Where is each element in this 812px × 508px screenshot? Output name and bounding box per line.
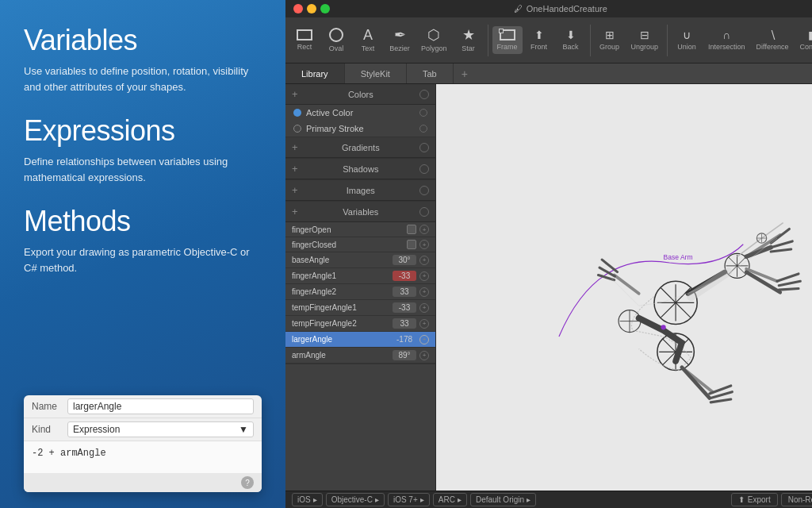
name-input[interactable]: largerAngle — [67, 398, 254, 414]
app-window: 🖋 OneHandedCreature Rect Oval A Text ✒ B… — [285, 0, 812, 508]
fingerangle2-action[interactable]: + — [419, 287, 429, 297]
fingerangle1-value: -33 — [393, 271, 416, 281]
tool-oval[interactable]: Oval — [321, 25, 351, 56]
tempfingerangle2-action[interactable]: + — [419, 319, 429, 329]
primary-stroke-item[interactable]: Primary Stroke — [285, 121, 435, 137]
ios-selector[interactable]: iOS ▸ — [292, 493, 323, 506]
name-label: Name — [32, 401, 67, 412]
star-icon: ★ — [462, 28, 475, 42]
heading-methods: Methods — [24, 205, 262, 238]
tool-difference[interactable]: ∖ Difference — [752, 26, 794, 54]
armangle-action[interactable]: + — [419, 351, 429, 360]
var-fingerClosed[interactable]: fingerClosed + — [285, 237, 435, 252]
kind-select[interactable]: Expression ▼ — [67, 421, 254, 437]
language-selector[interactable]: Objective-C ▸ — [326, 493, 385, 506]
baseangle-action[interactable]: + — [419, 256, 429, 265]
fingerclosed-action[interactable]: + — [419, 240, 429, 249]
tool-star[interactable]: ★ Star — [454, 25, 484, 56]
fingeropen-checkbox[interactable] — [407, 225, 416, 234]
var-fingerAngle2[interactable]: fingerAngle2 33 + — [285, 284, 435, 300]
rect-label: Rect — [297, 43, 312, 51]
arc-arrow-icon: ▸ — [458, 495, 462, 504]
heading-variables: Variables — [24, 24, 262, 57]
armangle-value: 89° — [393, 350, 416, 360]
separator-2 — [590, 25, 591, 56]
canvas-area[interactable]: Base Arm — [436, 84, 812, 491]
tool-intersection[interactable]: ∩ Intersection — [703, 26, 750, 54]
tab-tab[interactable]: Tab — [407, 64, 454, 83]
largerangle-action[interactable]: + — [419, 335, 429, 344]
colors-add-button[interactable]: + — [292, 88, 298, 100]
gradients-circle — [419, 143, 429, 152]
fingerangle1-action[interactable]: + — [419, 271, 429, 281]
var-baseAngle[interactable]: baseAngle 30° + — [285, 252, 435, 268]
tool-front[interactable]: ⬆ Front — [524, 26, 554, 54]
non-retina-button[interactable]: Non-Re... — [781, 493, 812, 506]
images-add-button[interactable]: + — [292, 184, 298, 196]
var-fingerAngle1[interactable]: fingerAngle1 -33 + — [285, 268, 435, 284]
var-tempFingerAngle2[interactable]: tempFingerAngle2 33 + — [285, 316, 435, 332]
group-icon: ⊞ — [605, 29, 615, 40]
traffic-lights — [293, 4, 330, 13]
maximize-button[interactable] — [320, 4, 330, 13]
expression-text: -2 + armAngle — [32, 448, 106, 459]
tool-ungroup[interactable]: ⊟ Ungroup — [626, 26, 664, 54]
minimize-button[interactable] — [307, 4, 316, 13]
primary-stroke-circle — [419, 125, 427, 133]
tempfingerangle1-action[interactable]: + — [419, 303, 429, 313]
contract-icon: ◧ — [808, 29, 812, 40]
robot-canvas: Base Arm — [436, 84, 812, 491]
sidebar: + Colors Active Color Primary Stroke — [285, 84, 436, 491]
origin-selector[interactable]: Default Origin ▸ — [470, 493, 536, 506]
colors-section: + Colors Active Color Primary Stroke — [285, 84, 435, 137]
gradients-section: + Gradients — [285, 137, 435, 159]
active-color-dot — [293, 109, 301, 117]
origin-arrow-icon: ▸ — [527, 495, 530, 504]
var-tempFingerAngle1[interactable]: tempFingerAngle1 -33 + — [285, 300, 435, 316]
star-label: Star — [462, 44, 475, 52]
active-color-item[interactable]: Active Color — [285, 105, 435, 121]
tab-bar: Library StyleKit Tab + — [285, 64, 812, 84]
tool-frame[interactable]: Frame — [492, 26, 523, 54]
help-button[interactable]: ? — [241, 476, 254, 489]
shadows-section: + Shadows — [285, 159, 435, 180]
gradients-add-button[interactable]: + — [292, 141, 298, 153]
language-label: Objective-C — [331, 495, 373, 504]
tab-library[interactable]: Library — [285, 64, 345, 83]
bezier-label: Bezier — [389, 44, 410, 52]
add-tab-button[interactable]: + — [454, 64, 476, 83]
tool-group[interactable]: ⊞ Group — [595, 26, 625, 54]
shadows-header: + Shadows — [285, 159, 435, 179]
base-arm-label: Base Arm — [664, 253, 693, 261]
var-fingerOpen[interactable]: fingerOpen + — [285, 222, 435, 237]
variables-table: fingerOpen + fingerClosed + baseAngle 30… — [285, 222, 435, 364]
ios-version-selector[interactable]: iOS 7+ ▸ — [388, 493, 430, 506]
tool-bezier[interactable]: ✒ Bezier — [385, 25, 415, 56]
shadows-title: Shadows — [302, 164, 419, 174]
tab-stylekit[interactable]: StyleKit — [345, 64, 407, 83]
kind-row: Kind Expression ▼ — [24, 418, 262, 441]
frame-icon — [500, 29, 515, 40]
variables-add-button[interactable]: + — [292, 206, 298, 217]
tool-text[interactable]: A Text — [353, 25, 383, 56]
tool-rect[interactable]: Rect — [289, 26, 320, 54]
tool-back[interactable]: ⬇ Back — [556, 26, 586, 54]
separator-3 — [667, 25, 668, 56]
fingerclosed-checkbox[interactable] — [407, 240, 416, 249]
var-largerAngle[interactable]: largerAngle -178 + — [285, 332, 435, 348]
tool-union[interactable]: ∪ Union — [672, 26, 702, 54]
largerangle-value: -178 — [393, 334, 416, 344]
fingeropen-action[interactable]: + — [419, 225, 429, 234]
close-button[interactable] — [293, 4, 303, 13]
difference-icon: ∖ — [769, 29, 776, 40]
arc-selector[interactable]: ARC ▸ — [433, 493, 467, 506]
shadows-add-button[interactable]: + — [292, 163, 298, 175]
tool-contract[interactable]: ◧ Contract — [795, 26, 812, 54]
name-row: Name largerAngle — [24, 395, 262, 418]
tool-polygon[interactable]: ⬡ Polygon — [416, 25, 452, 56]
left-panel: Variables Use variables to define positi… — [0, 0, 285, 508]
export-button[interactable]: ⬆ Export — [731, 493, 778, 506]
var-armAngle[interactable]: armAngle 89° + — [285, 348, 435, 364]
back-icon: ⬇ — [566, 29, 576, 40]
toolbar: Rect Oval A Text ✒ Bezier ⬡ Polygon ★ St… — [285, 17, 812, 64]
